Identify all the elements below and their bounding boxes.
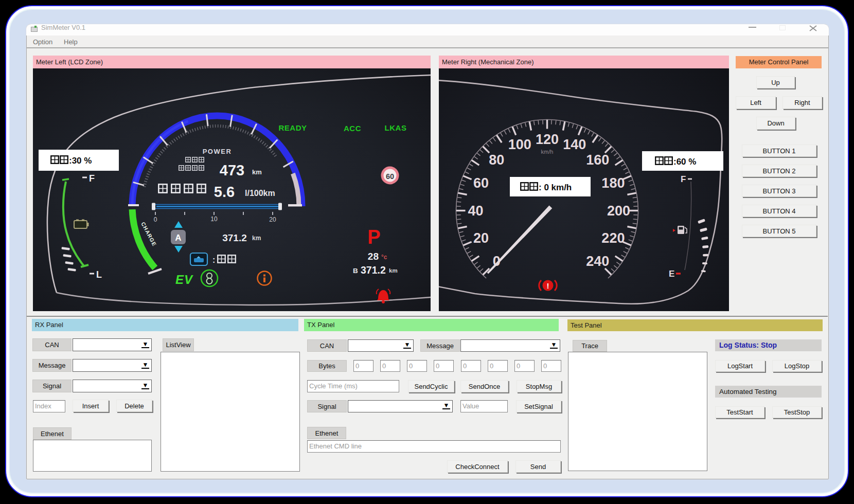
svg-text:28: 28	[368, 251, 379, 262]
svg-text:P: P	[367, 226, 380, 248]
svg-text:ACC: ACC	[344, 124, 361, 133]
svg-text:km: km	[252, 168, 262, 176]
svg-text:B: B	[353, 267, 358, 275]
svg-text:140: 140	[563, 137, 586, 152]
svg-text:200: 200	[607, 203, 630, 219]
svg-text:l/100km: l/100km	[245, 189, 275, 197]
svg-text:10: 10	[210, 215, 218, 223]
svg-text:A: A	[175, 233, 181, 243]
svg-text::30 %: :30 %	[69, 156, 92, 166]
svg-text:km/h: km/h	[541, 149, 554, 155]
svg-text:20: 20	[269, 216, 276, 223]
svg-text:POWER: POWER	[203, 148, 232, 155]
svg-text::60 %: :60 %	[673, 157, 696, 167]
svg-text:60: 60	[473, 175, 489, 191]
svg-text:371.2: 371.2	[361, 264, 386, 276]
svg-text:READY: READY	[278, 123, 307, 132]
svg-text:120: 120	[536, 132, 559, 147]
svg-text:LKAS: LKAS	[385, 123, 407, 132]
svg-text:F: F	[89, 173, 95, 184]
svg-text:F: F	[681, 174, 686, 184]
svg-text:220: 220	[601, 230, 625, 246]
svg-text:40: 40	[468, 203, 483, 219]
svg-text:371.2: 371.2	[222, 232, 247, 243]
svg-text:240: 240	[586, 254, 609, 269]
svg-text:°c: °c	[381, 254, 387, 261]
svg-text:180: 180	[601, 175, 625, 191]
svg-text:473: 473	[220, 162, 244, 178]
svg-text:!: !	[547, 281, 549, 290]
svg-text:0: 0	[154, 216, 157, 223]
svg-text::: :	[212, 256, 215, 264]
svg-text:: 0 km/h: : 0 km/h	[539, 183, 572, 192]
svg-text:km: km	[252, 235, 261, 242]
svg-text:E: E	[669, 269, 674, 279]
svg-text:80: 80	[489, 152, 504, 168]
svg-text:5.6: 5.6	[214, 184, 235, 200]
svg-text:L: L	[96, 269, 102, 280]
svg-text:100: 100	[508, 137, 531, 152]
svg-text:EV: EV	[175, 273, 193, 286]
svg-text:km: km	[389, 267, 398, 274]
svg-text:60: 60	[386, 172, 394, 181]
svg-text:20: 20	[473, 230, 489, 246]
svg-text:160: 160	[586, 152, 609, 168]
